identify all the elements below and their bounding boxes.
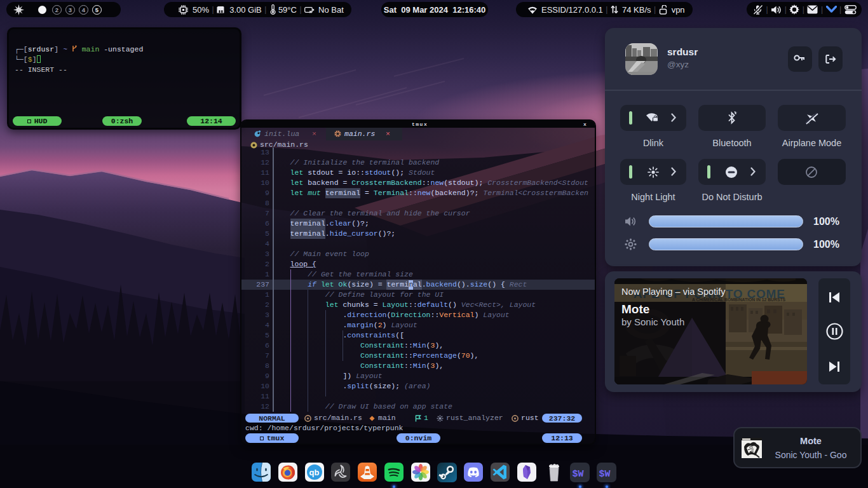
svg-text:$W: $W [573,469,584,480]
svg-text:qb: qb [309,468,320,477]
svg-text:$W: $W [599,469,611,480]
